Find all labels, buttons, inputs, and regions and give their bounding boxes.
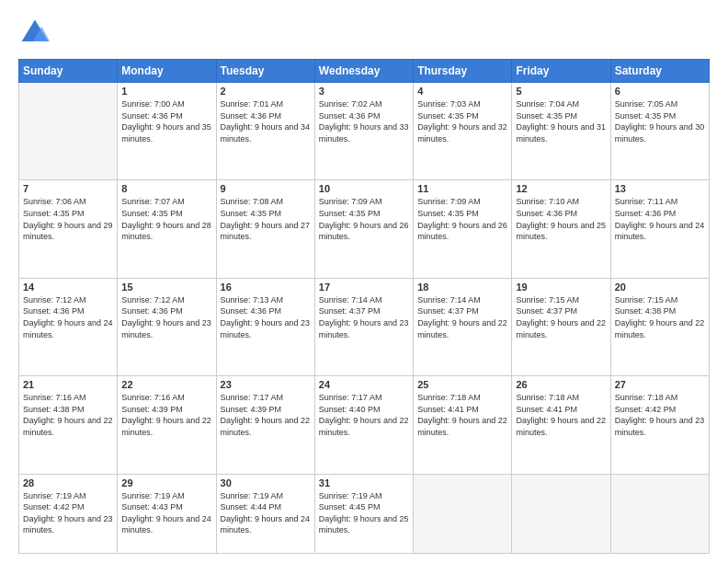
day-info: Sunrise: 7:12 AMSunset: 4:36 PMDaylight:… (121, 294, 211, 340)
calendar-cell: 21Sunrise: 7:16 AMSunset: 4:38 PMDayligh… (19, 376, 118, 474)
calendar-header-monday: Monday (118, 60, 216, 83)
day-info: Sunrise: 7:03 AMSunset: 4:35 PMDaylight:… (417, 98, 507, 144)
calendar-cell (19, 83, 118, 180)
calendar-cell: 18Sunrise: 7:14 AMSunset: 4:37 PMDayligh… (414, 278, 512, 375)
day-number: 7 (23, 183, 113, 194)
calendar-cell: 9Sunrise: 7:08 AMSunset: 4:35 PMDaylight… (216, 180, 314, 278)
day-number: 14 (23, 282, 113, 293)
day-number: 4 (417, 86, 507, 97)
day-info: Sunrise: 7:19 AMSunset: 4:43 PMDaylight:… (121, 490, 211, 536)
day-number: 2 (221, 86, 311, 97)
day-number: 9 (221, 183, 311, 194)
day-number: 8 (121, 183, 211, 194)
calendar-week-2: 7Sunrise: 7:06 AMSunset: 4:35 PMDaylight… (19, 180, 710, 278)
day-number: 22 (121, 379, 211, 390)
day-info: Sunrise: 7:05 AMSunset: 4:35 PMDaylight:… (615, 98, 705, 144)
calendar-cell: 10Sunrise: 7:09 AMSunset: 4:35 PMDayligh… (314, 180, 413, 278)
calendar-cell: 17Sunrise: 7:14 AMSunset: 4:37 PMDayligh… (314, 278, 413, 375)
calendar-cell: 2Sunrise: 7:01 AMSunset: 4:36 PMDaylight… (216, 83, 314, 180)
calendar-cell: 23Sunrise: 7:17 AMSunset: 4:39 PMDayligh… (216, 376, 314, 474)
calendar-cell: 27Sunrise: 7:18 AMSunset: 4:42 PMDayligh… (610, 376, 709, 474)
calendar-week-5: 28Sunrise: 7:19 AMSunset: 4:42 PMDayligh… (19, 474, 710, 553)
calendar: SundayMondayTuesdayWednesdayThursdayFrid… (18, 59, 710, 554)
day-info: Sunrise: 7:10 AMSunset: 4:36 PMDaylight:… (516, 196, 606, 242)
day-number: 1 (121, 86, 211, 97)
calendar-cell: 5Sunrise: 7:04 AMSunset: 4:35 PMDaylight… (512, 83, 610, 180)
day-number: 10 (319, 183, 409, 194)
day-number: 26 (516, 379, 606, 390)
calendar-cell: 24Sunrise: 7:17 AMSunset: 4:40 PMDayligh… (314, 376, 413, 474)
day-number: 18 (417, 282, 507, 293)
day-number: 28 (23, 477, 113, 488)
calendar-cell: 13Sunrise: 7:11 AMSunset: 4:36 PMDayligh… (610, 180, 709, 278)
calendar-cell: 12Sunrise: 7:10 AMSunset: 4:36 PMDayligh… (512, 180, 610, 278)
calendar-cell: 20Sunrise: 7:15 AMSunset: 4:38 PMDayligh… (610, 278, 709, 375)
calendar-cell: 30Sunrise: 7:19 AMSunset: 4:44 PMDayligh… (216, 474, 314, 553)
day-number: 24 (319, 379, 409, 390)
day-info: Sunrise: 7:17 AMSunset: 4:40 PMDaylight:… (319, 392, 409, 438)
calendar-header-thursday: Thursday (414, 60, 512, 83)
calendar-cell: 31Sunrise: 7:19 AMSunset: 4:45 PMDayligh… (314, 474, 413, 553)
calendar-cell: 11Sunrise: 7:09 AMSunset: 4:35 PMDayligh… (414, 180, 512, 278)
calendar-header-row: SundayMondayTuesdayWednesdayThursdayFrid… (19, 60, 710, 83)
calendar-week-3: 14Sunrise: 7:12 AMSunset: 4:36 PMDayligh… (19, 278, 710, 375)
day-number: 12 (516, 183, 606, 194)
day-info: Sunrise: 7:11 AMSunset: 4:36 PMDaylight:… (615, 196, 705, 242)
day-number: 13 (615, 183, 705, 194)
logo (18, 17, 55, 50)
calendar-week-4: 21Sunrise: 7:16 AMSunset: 4:38 PMDayligh… (19, 376, 710, 474)
day-number: 16 (221, 282, 311, 293)
calendar-cell: 22Sunrise: 7:16 AMSunset: 4:39 PMDayligh… (118, 376, 216, 474)
day-number: 30 (221, 477, 311, 488)
calendar-header-tuesday: Tuesday (216, 60, 314, 83)
calendar-cell: 8Sunrise: 7:07 AMSunset: 4:35 PMDaylight… (118, 180, 216, 278)
calendar-cell: 29Sunrise: 7:19 AMSunset: 4:43 PMDayligh… (118, 474, 216, 553)
day-number: 6 (615, 86, 705, 97)
day-info: Sunrise: 7:13 AMSunset: 4:36 PMDaylight:… (221, 294, 311, 340)
calendar-week-1: 1Sunrise: 7:00 AMSunset: 4:36 PMDaylight… (19, 83, 710, 180)
day-number: 19 (516, 282, 606, 293)
day-info: Sunrise: 7:07 AMSunset: 4:35 PMDaylight:… (121, 196, 211, 242)
calendar-cell: 4Sunrise: 7:03 AMSunset: 4:35 PMDaylight… (414, 83, 512, 180)
calendar-cell: 16Sunrise: 7:13 AMSunset: 4:36 PMDayligh… (216, 278, 314, 375)
day-number: 25 (417, 379, 507, 390)
calendar-cell: 28Sunrise: 7:19 AMSunset: 4:42 PMDayligh… (19, 474, 118, 553)
day-number: 11 (417, 183, 507, 194)
calendar-header-sunday: Sunday (19, 60, 118, 83)
calendar-cell: 14Sunrise: 7:12 AMSunset: 4:36 PMDayligh… (19, 278, 118, 375)
day-info: Sunrise: 7:18 AMSunset: 4:42 PMDaylight:… (615, 392, 705, 438)
day-info: Sunrise: 7:00 AMSunset: 4:36 PMDaylight:… (121, 98, 211, 144)
calendar-cell: 25Sunrise: 7:18 AMSunset: 4:41 PMDayligh… (414, 376, 512, 474)
calendar-cell: 6Sunrise: 7:05 AMSunset: 4:35 PMDaylight… (610, 83, 709, 180)
calendar-cell: 15Sunrise: 7:12 AMSunset: 4:36 PMDayligh… (118, 278, 216, 375)
calendar-cell (414, 474, 512, 553)
day-info: Sunrise: 7:04 AMSunset: 4:35 PMDaylight:… (516, 98, 606, 144)
day-info: Sunrise: 7:18 AMSunset: 4:41 PMDaylight:… (417, 392, 507, 438)
day-number: 17 (319, 282, 409, 293)
day-info: Sunrise: 7:16 AMSunset: 4:38 PMDaylight:… (23, 392, 113, 438)
day-number: 31 (319, 477, 409, 488)
calendar-header-friday: Friday (512, 60, 610, 83)
day-info: Sunrise: 7:02 AMSunset: 4:36 PMDaylight:… (319, 98, 409, 144)
day-info: Sunrise: 7:14 AMSunset: 4:37 PMDaylight:… (319, 294, 409, 340)
day-info: Sunrise: 7:18 AMSunset: 4:41 PMDaylight:… (516, 392, 606, 438)
day-info: Sunrise: 7:19 AMSunset: 4:45 PMDaylight:… (319, 490, 409, 536)
day-info: Sunrise: 7:08 AMSunset: 4:35 PMDaylight:… (221, 196, 311, 242)
calendar-cell (610, 474, 709, 553)
day-info: Sunrise: 7:14 AMSunset: 4:37 PMDaylight:… (417, 294, 507, 340)
day-info: Sunrise: 7:09 AMSunset: 4:35 PMDaylight:… (417, 196, 507, 242)
logo-icon (18, 17, 51, 50)
calendar-cell: 3Sunrise: 7:02 AMSunset: 4:36 PMDaylight… (314, 83, 413, 180)
day-info: Sunrise: 7:17 AMSunset: 4:39 PMDaylight:… (221, 392, 311, 438)
day-info: Sunrise: 7:09 AMSunset: 4:35 PMDaylight:… (319, 196, 409, 242)
day-info: Sunrise: 7:19 AMSunset: 4:44 PMDaylight:… (221, 490, 311, 536)
day-number: 27 (615, 379, 705, 390)
calendar-cell: 7Sunrise: 7:06 AMSunset: 4:35 PMDaylight… (19, 180, 118, 278)
day-info: Sunrise: 7:12 AMSunset: 4:36 PMDaylight:… (23, 294, 113, 340)
page: SundayMondayTuesdayWednesdayThursdayFrid… (0, 0, 728, 563)
day-number: 5 (516, 86, 606, 97)
day-number: 21 (23, 379, 113, 390)
day-info: Sunrise: 7:15 AMSunset: 4:38 PMDaylight:… (615, 294, 705, 340)
calendar-cell (512, 474, 610, 553)
header (18, 17, 710, 50)
